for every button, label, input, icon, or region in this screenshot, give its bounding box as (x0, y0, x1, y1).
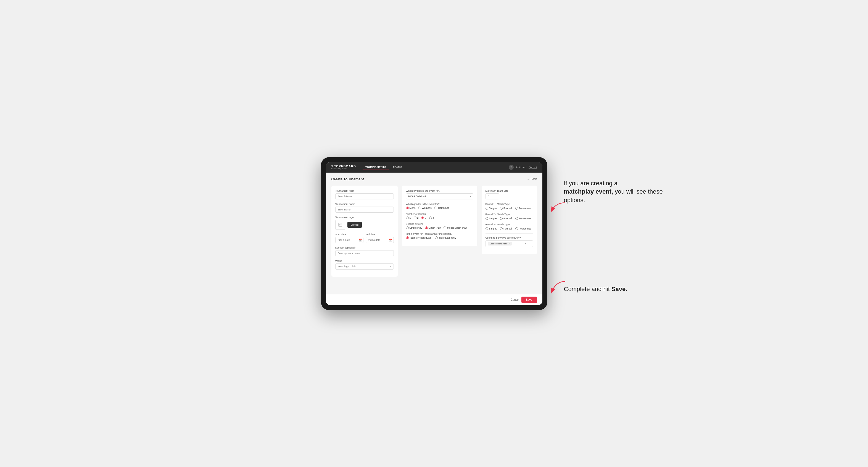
round-4-radio[interactable] (429, 217, 432, 219)
annotation-bold-save: Save. (612, 286, 627, 292)
round-3-label: 3 (425, 217, 426, 219)
gender-womens-radio[interactable] (418, 207, 421, 209)
individuals-label-text: Individuals Only (439, 237, 456, 239)
api-group: Use third-party live scoring API? Leader… (486, 237, 533, 247)
scoring-match-radio[interactable] (425, 226, 428, 229)
gender-womens[interactable]: Womens (418, 207, 432, 209)
round1-foursomes[interactable]: Foursomes (515, 207, 531, 210)
round3-foursomes-radio[interactable] (515, 227, 518, 230)
round3-fourball-radio[interactable] (500, 227, 503, 230)
logo-placeholder (335, 220, 345, 230)
round1-singles-label: Singles (489, 207, 497, 210)
round1-singles[interactable]: Singles (486, 207, 497, 210)
round1-foursomes-radio[interactable] (515, 207, 518, 210)
round3-singles-radio[interactable] (486, 227, 488, 230)
scoring-medal[interactable]: Medal Match Play (443, 226, 467, 229)
teams-radio[interactable] (406, 237, 409, 239)
individuals-option[interactable]: Individuals Only (435, 237, 456, 239)
round-3-radio[interactable] (422, 217, 424, 219)
back-button[interactable]: ← Back (527, 178, 536, 181)
round2-foursomes-radio[interactable] (515, 217, 518, 220)
cancel-button[interactable]: Cancel (510, 298, 519, 301)
brand-tagline: Powered by clippit (332, 168, 356, 169)
round-3[interactable]: 3 (422, 217, 426, 219)
tournament-host-input[interactable] (335, 193, 394, 199)
sponsor-input[interactable] (335, 250, 394, 256)
start-date-label: Start date (335, 233, 364, 236)
round1-singles-radio[interactable] (486, 207, 488, 210)
tab-teams[interactable]: TEAMS (390, 165, 405, 170)
round-2[interactable]: 2 (414, 217, 419, 219)
end-date-field: 📅 (366, 237, 394, 243)
round2-singles[interactable]: Singles (486, 217, 497, 220)
scoring-stroke-label: Stroke Play (409, 226, 422, 229)
round2-foursomes-label: Foursomes (519, 217, 531, 220)
division-select[interactable]: NCAA Division I NCAA Division II NAIA Ot… (406, 193, 473, 199)
tournament-name-input[interactable] (335, 207, 394, 213)
round3-fourball[interactable]: Fourball (500, 227, 513, 230)
scoring-medal-radio[interactable] (443, 226, 446, 229)
api-label: Use third-party live scoring API? (486, 237, 533, 239)
tournament-name-group: Tournament name (335, 203, 394, 213)
gender-mens-radio[interactable] (406, 207, 409, 209)
round2-fourball[interactable]: Fourball (500, 217, 513, 220)
signout-link[interactable]: Sign out (529, 166, 536, 168)
individuals-radio[interactable] (435, 237, 438, 239)
gender-combined-label: Combined (438, 207, 449, 209)
round-1[interactable]: 1 (406, 217, 411, 219)
rounds-label: Number of rounds (406, 213, 473, 215)
round3-radio-group: Singles Fourball Foursomes (486, 227, 533, 230)
tournament-name-label: Tournament name (335, 203, 394, 206)
round2-match-group: Round 2 - Match Type Singles Fourball (486, 213, 533, 220)
round2-foursomes[interactable]: Foursomes (515, 217, 531, 220)
end-date-label: End date (366, 233, 394, 236)
round1-fourball-radio[interactable] (500, 207, 503, 210)
scoring-match[interactable]: Match Play (425, 226, 441, 229)
round-4[interactable]: 4 (429, 217, 434, 219)
annotation-bottom-text1: Complete and hit (564, 286, 612, 292)
api-tag-close[interactable]: ✕ (508, 243, 510, 245)
scoring-stroke-radio[interactable] (406, 226, 409, 229)
round1-match-label: Round 1 - Match Type (486, 203, 533, 206)
round1-match-group: Round 1 - Match Type Singles Fourball (486, 203, 533, 210)
svg-point-1 (339, 224, 340, 224)
annotation-top-text1: If you are creating a (564, 180, 618, 187)
nav-bar: SCOREBOARD Powered by clippit TOURNAMENT… (326, 162, 542, 173)
round-2-label: 2 (417, 217, 419, 219)
left-section: Tournament Host Tournament name Tourname… (332, 186, 398, 277)
gender-mens[interactable]: Mens (406, 207, 415, 209)
right-section: Maximum Team Size Round 1 - Match Type S… (482, 186, 537, 254)
sponsor-label: Sponsor (optional) (335, 246, 394, 249)
round3-match-label: Round 3 - Match Type (486, 223, 533, 226)
tablet-frame: SCOREBOARD Powered by clippit TOURNAMENT… (321, 157, 547, 310)
gender-combined[interactable]: Combined (434, 207, 449, 209)
api-select[interactable]: Leaderboard King ✕ ▾ (486, 240, 533, 247)
venue-input[interactable] (335, 263, 394, 270)
round2-fourball-label: Fourball (503, 217, 513, 220)
annotations-panel: If you are creating a matchplay event, y… (547, 157, 685, 310)
gender-combined-radio[interactable] (434, 207, 437, 209)
round2-fourball-radio[interactable] (500, 217, 503, 220)
sponsor-group: Sponsor (optional) (335, 246, 394, 256)
round-1-label: 1 (409, 217, 411, 219)
round3-singles[interactable]: Singles (486, 227, 497, 230)
max-team-size-input[interactable] (486, 193, 499, 199)
round3-foursomes[interactable]: Foursomes (515, 227, 531, 230)
tournament-logo-group: Tournament logo Upload (335, 216, 394, 230)
annotation-bold-matchplay: matchplay event, (564, 188, 613, 195)
upload-button[interactable]: Upload (347, 222, 362, 228)
round2-singles-radio[interactable] (486, 217, 488, 220)
round-1-radio[interactable] (406, 217, 409, 219)
tournament-logo-label: Tournament logo (335, 216, 394, 219)
scoring-stroke[interactable]: Stroke Play (406, 226, 422, 229)
teams-option[interactable]: Teams (+Individuals) (406, 237, 432, 239)
arrow-top-container (550, 201, 567, 214)
gender-group: Which gender is the event for? Mens Wome… (406, 203, 473, 209)
tab-tournaments[interactable]: TOURNAMENTS (363, 165, 389, 170)
save-button[interactable]: Save (521, 297, 536, 303)
round-4-label: 4 (433, 217, 434, 219)
scoring-group: Scoring system Stroke Play Match Play (406, 223, 473, 229)
round1-fourball[interactable]: Fourball (500, 207, 513, 210)
round-2-radio[interactable] (414, 217, 416, 219)
round3-singles-label: Singles (489, 227, 497, 230)
